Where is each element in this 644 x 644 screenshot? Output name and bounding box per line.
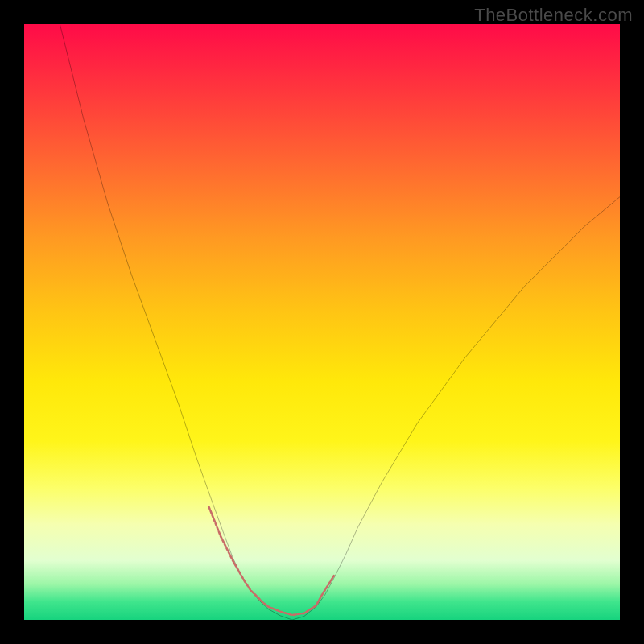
plot-area [24, 24, 620, 620]
curve-left-path [60, 24, 292, 620]
chart-frame: TheBottleneck.com [0, 0, 644, 644]
curve-right-path [292, 197, 620, 620]
marker-band-path [208, 506, 333, 615]
watermark-text: TheBottleneck.com [474, 5, 633, 26]
chart-svg [24, 24, 620, 620]
